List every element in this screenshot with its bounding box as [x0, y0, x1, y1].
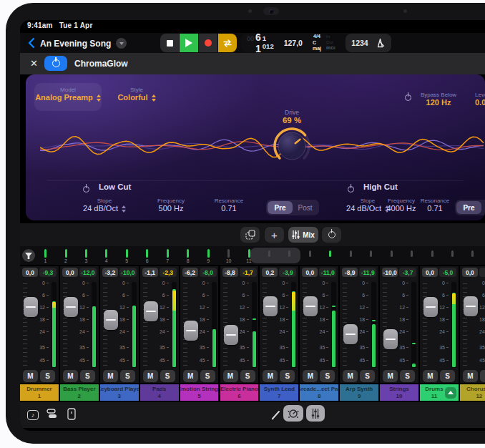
- fader-handle[interactable]: [224, 325, 238, 345]
- mute-button[interactable]: M: [223, 370, 238, 382]
- mute-button[interactable]: M: [63, 370, 78, 382]
- song-title-menu[interactable]: An Evening Song: [40, 38, 127, 49]
- count-in-button[interactable]: 1234: [351, 39, 368, 47]
- track-name-tab[interactable]: Synth Lead7: [260, 384, 298, 401]
- fader-handle[interactable]: [144, 301, 158, 321]
- solo-button[interactable]: S: [320, 370, 335, 382]
- bypass-power-button[interactable]: [405, 91, 411, 104]
- fader-handle[interactable]: [64, 297, 78, 317]
- keyboard-icon[interactable]: [67, 408, 76, 420]
- volume-readout[interactable]: -3,2: [102, 268, 118, 277]
- mute-button[interactable]: M: [23, 370, 38, 382]
- track-name-tab[interactable]: Drums11: [420, 384, 459, 401]
- metronome-icon[interactable]: [375, 38, 386, 48]
- fader-handle[interactable]: [104, 310, 118, 330]
- play-button[interactable]: [180, 34, 198, 52]
- loops-browser-icon[interactable]: ♪: [26, 408, 40, 422]
- track-name-tab[interactable]: Emotion Strings5: [180, 384, 219, 401]
- track-name-tab[interactable]: Keyboard Player3: [100, 384, 139, 401]
- lcd-display[interactable]: 00 6 1 1 012 127,0 4/4 C maj In Out MIDI: [241, 34, 328, 52]
- volume-readout[interactable]: 0,2: [262, 268, 278, 277]
- low-cut-power-button[interactable]: [83, 182, 89, 195]
- overview-track-tick[interactable]: [207, 249, 210, 258]
- track-name-tab[interactable]: Strings10: [380, 384, 418, 401]
- filter-button[interactable]: [22, 249, 35, 262]
- overview-track-tick[interactable]: [268, 250, 270, 257]
- overview-track-tick[interactable]: [451, 250, 454, 257]
- fader-handle[interactable]: [303, 296, 318, 316]
- mute-button[interactable]: M: [383, 370, 398, 382]
- fader-handle[interactable]: [24, 297, 38, 317]
- plugin-power-button[interactable]: [44, 56, 67, 71]
- low-cut-resonance[interactable]: Resonance 0.71: [206, 198, 252, 213]
- solo-button[interactable]: S: [240, 370, 255, 382]
- track-name-tab[interactable]: Arp Synth9: [340, 384, 378, 401]
- fader-handle[interactable]: [184, 321, 198, 341]
- mute-button[interactable]: M: [303, 370, 318, 382]
- fader-handle[interactable]: [263, 296, 278, 316]
- solo-button[interactable]: S: [80, 370, 95, 382]
- overview-track-tick[interactable]: [187, 249, 189, 258]
- track-name-tab[interactable]: Drummer1: [20, 384, 59, 401]
- overview-track-tick[interactable]: [85, 249, 87, 258]
- solo-button[interactable]: S: [120, 370, 135, 382]
- fader-handle[interactable]: [423, 297, 438, 317]
- volume-readout[interactable]: 0,0: [62, 268, 78, 277]
- overview-track-tick[interactable]: [329, 250, 331, 257]
- collapse-chevron-button[interactable]: [445, 387, 456, 399]
- solo-button[interactable]: S: [160, 370, 175, 382]
- model-selector[interactable]: Model Analog Preamp: [34, 83, 102, 111]
- low-cut-slope[interactable]: Slope 24 dB/Oct: [82, 198, 127, 213]
- controls-knob-button[interactable]: [283, 405, 303, 422]
- solo-button[interactable]: S: [200, 370, 215, 382]
- overview-track-tick[interactable]: [411, 250, 413, 257]
- drive-knob[interactable]: [271, 125, 313, 167]
- low-cut-frequency[interactable]: Frequency 500 Hz: [149, 198, 193, 213]
- bypass-below-control[interactable]: Bypass Below 120 Hz: [416, 92, 461, 107]
- solo-button[interactable]: S: [400, 370, 415, 382]
- overview-track-tick[interactable]: [167, 249, 169, 258]
- overview-track-tick[interactable]: [288, 250, 290, 257]
- track-name-tab[interactable]: Pads4: [140, 384, 179, 401]
- overview-track-tick[interactable]: [309, 250, 311, 257]
- high-cut-power-button[interactable]: [348, 182, 354, 195]
- track-name-tab[interactable]: Electric Piano6: [220, 384, 259, 401]
- cycle-button[interactable]: [218, 34, 237, 52]
- song-title-dropdown[interactable]: [116, 38, 127, 49]
- mixer-power-button[interactable]: [322, 227, 341, 243]
- volume-readout[interactable]: -8,8: [222, 268, 238, 277]
- overview-track-tick[interactable]: [431, 250, 433, 257]
- overview-track-tick[interactable]: [350, 250, 352, 257]
- overview-track-tick[interactable]: [44, 249, 46, 258]
- mute-button[interactable]: M: [183, 370, 198, 382]
- add-plugin-button[interactable]: +: [265, 227, 284, 243]
- overview-track-tick[interactable]: [471, 250, 474, 257]
- pre-option[interactable]: Pre: [268, 201, 293, 214]
- stop-button[interactable]: [160, 34, 179, 52]
- overview-track-tick[interactable]: [146, 249, 148, 258]
- volume-readout[interactable]: -6,2: [182, 268, 198, 277]
- mute-button[interactable]: M: [103, 370, 118, 382]
- mute-button[interactable]: M: [463, 370, 478, 382]
- overview-track-tick[interactable]: [227, 249, 230, 258]
- solo-button[interactable]: S: [280, 370, 295, 382]
- mute-button[interactable]: M: [143, 370, 158, 382]
- back-button[interactable]: [26, 37, 36, 49]
- high-cut-resonance[interactable]: Resonance 0.71: [412, 198, 458, 213]
- mute-button[interactable]: M: [423, 370, 438, 382]
- solo-button[interactable]: S: [480, 370, 485, 382]
- overview-track-tick[interactable]: [370, 250, 372, 257]
- fader-handle[interactable]: [464, 296, 478, 316]
- mute-button[interactable]: M: [263, 370, 278, 382]
- overview-track-tick[interactable]: [248, 249, 250, 258]
- overview-selection-pill[interactable]: [250, 248, 300, 263]
- track-name-tab[interactable]: Bass Player2: [60, 384, 99, 401]
- volume-readout[interactable]: -10,0: [382, 268, 398, 277]
- post-option[interactable]: Post: [481, 201, 485, 214]
- overview-track-tick[interactable]: [391, 250, 393, 257]
- overview-track-tick[interactable]: [105, 249, 107, 258]
- level-control[interactable]: Level 0.0: [468, 92, 485, 107]
- mute-button[interactable]: M: [343, 370, 358, 382]
- fader-handle[interactable]: [383, 329, 398, 349]
- record-button[interactable]: [199, 34, 217, 52]
